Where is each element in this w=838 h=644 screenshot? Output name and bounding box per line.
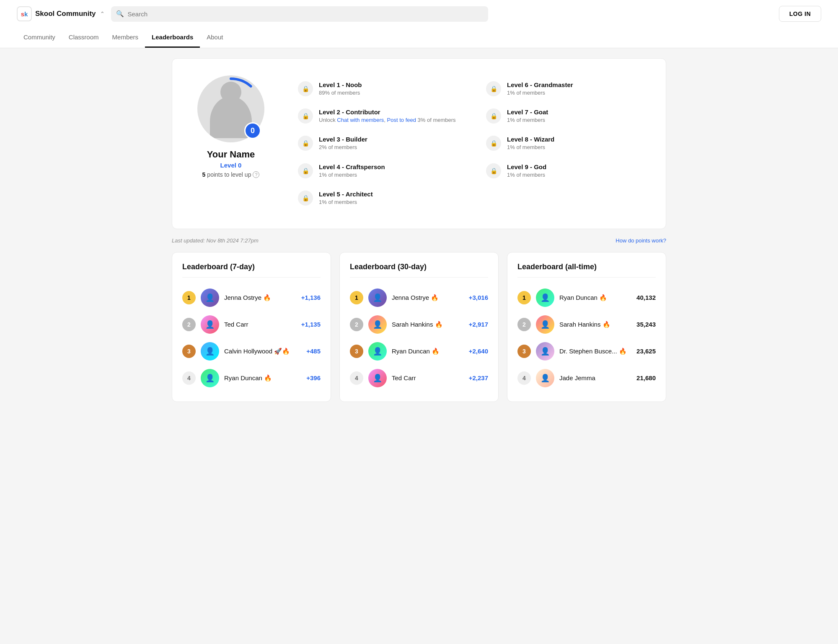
profile-points: 5 points to level up ? [202, 171, 260, 178]
level-name-3: Level 3 - Builder [319, 136, 461, 143]
lb-rank-at-1: 1 [517, 291, 531, 304]
lb-item-7d-2: 2 👤 Ted Carr +1,135 [182, 311, 321, 338]
help-icon[interactable]: ? [253, 171, 259, 178]
level-desc-9: 1% of members [507, 171, 649, 179]
main-nav: Community Classroom Members Leaderboards… [17, 28, 821, 48]
level-item-1: 🔒 Level 1 - Noob 89% of members [298, 75, 461, 103]
level-item-6: 🔒 Level 6 - Grandmaster 1% of members [486, 75, 649, 103]
lb-panel-30day: Leaderboard (30-day) 1 👤 Jenna Ostrye 🔥 … [339, 252, 499, 402]
profile-level: Level 0 [220, 162, 242, 169]
level-name-2: Level 2 - Contributor [319, 108, 461, 116]
lb-score-sarah-30d: +2,917 [469, 321, 488, 328]
lb-item-30d-2: 2 👤 Sarah Hankins 🔥 +2,917 [350, 311, 488, 338]
lb-item-at-1: 1 👤 Ryan Duncan 🔥 40,132 [517, 284, 656, 311]
lb-score-ted-7d: +1,135 [301, 321, 321, 328]
level-name-7: Level 7 - Goat [507, 108, 649, 116]
nav-item-members[interactable]: Members [106, 28, 145, 48]
level-info-4: Level 4 - Craftsperson 1% of members [319, 163, 461, 179]
lb-title-alltime: Leaderboard (all-time) [517, 263, 656, 278]
lb-rank-at-2: 2 [517, 318, 531, 331]
level-desc-3: 2% of members [319, 144, 461, 151]
lb-avatar-jenna-30d: 👤 [368, 289, 387, 307]
lb-item-at-4: 4 👤 Jade Jemma 21,680 [517, 365, 656, 392]
level-info-7: Level 7 - Goat 1% of members [507, 108, 649, 124]
lb-panel-alltime: Leaderboard (all-time) 1 👤 Ryan Duncan 🔥… [507, 252, 666, 402]
lb-name-ted-7d: Ted Carr [224, 321, 296, 328]
lb-score-jenna-30d: +3,016 [469, 294, 488, 301]
level-2-link-chat[interactable]: Chat with members [337, 117, 384, 123]
level-name-9: Level 9 - God [507, 163, 649, 170]
lb-item-7d-3: 3 👤 Calvin Hollywood 🚀🔥 +485 [182, 338, 321, 365]
logo-sk: sk [21, 10, 28, 18]
main-content: 0 Your Name Level 0 5 points to level up… [155, 48, 683, 412]
level-name-1: Level 1 - Noob [319, 81, 461, 88]
lock-icon-8: 🔒 [486, 136, 501, 151]
nav-item-classroom[interactable]: Classroom [62, 28, 106, 48]
level-name-8: Level 8 - Wizard [507, 136, 649, 143]
lb-rank-30d-3: 3 [350, 345, 363, 358]
lb-name-ryan-30d: Ryan Duncan 🔥 [392, 348, 464, 355]
nav-item-about[interactable]: About [200, 28, 230, 48]
lb-avatar-jenna-7d: 👤 [201, 289, 219, 307]
lb-rank-at-3: 3 [517, 345, 531, 358]
level-name-4: Level 4 - Craftsperson [319, 163, 461, 170]
lb-avatar-ryan-at: 👤 [536, 289, 554, 307]
lb-score-jenna-7d: +1,136 [301, 294, 321, 301]
lock-icon-5: 🔒 [298, 191, 313, 206]
profile-left: 0 Your Name Level 0 5 points to level up… [189, 75, 273, 178]
level-desc-1: 89% of members [319, 89, 461, 97]
lock-icon-6: 🔒 [486, 81, 501, 96]
lb-meta: Last updated: Nov 8th 2024 7:27pm How do… [172, 237, 666, 244]
lb-rank-30d-2: 2 [350, 318, 363, 331]
level-item-3: 🔒 Level 3 - Builder 2% of members [298, 130, 461, 157]
lb-rank-2: 2 [182, 318, 196, 331]
header: sk Skool Community ⌃ 🔍 LOG IN Community … [0, 0, 838, 48]
profile-points-suffix: points to level up [207, 171, 251, 178]
level-desc-7: 1% of members [507, 116, 649, 124]
level-desc-4: 1% of members [319, 171, 461, 179]
profile-card: 0 Your Name Level 0 5 points to level up… [172, 58, 666, 229]
search-bar[interactable]: 🔍 [111, 6, 488, 22]
lb-score-calvin-7d: +485 [306, 348, 321, 355]
level-item-7: 🔒 Level 7 - Goat 1% of members [486, 103, 649, 130]
level-info-5: Level 5 - Architect 1% of members [319, 191, 461, 206]
lb-item-30d-3: 3 👤 Ryan Duncan 🔥 +2,640 [350, 338, 488, 365]
lb-rank-1: 1 [182, 291, 196, 304]
level-2-link-post[interactable]: Post to feed [387, 117, 416, 123]
profile-name: Your Name [207, 149, 255, 160]
lb-rank-3: 3 [182, 345, 196, 358]
avatar-wrap: 0 [197, 75, 264, 142]
logo-icon: sk [17, 6, 32, 21]
lb-item-at-3: 3 👤 Dr. Stephen Busce... 🔥 23,625 [517, 338, 656, 365]
lb-title-30day: Leaderboard (30-day) [350, 263, 488, 278]
logo-chevron-icon: ⌃ [100, 11, 104, 17]
level-info-8: Level 8 - Wizard 1% of members [507, 136, 649, 151]
logo[interactable]: sk Skool Community ⌃ [17, 6, 104, 21]
level-info-2: Level 2 - Contributor Unlock Chat with m… [319, 108, 461, 124]
lb-score-jade-at: 21,680 [636, 374, 656, 381]
lb-score-ryan-7d: +396 [306, 374, 321, 381]
nav-item-community[interactable]: Community [17, 28, 62, 48]
lock-icon-2: 🔒 [298, 108, 313, 124]
how-points-link[interactable]: How do points work? [616, 237, 666, 244]
lb-name-sarah-at: Sarah Hankins 🔥 [559, 321, 631, 328]
lb-avatar-ted-30d: 👤 [368, 369, 387, 387]
lock-icon-3: 🔒 [298, 136, 313, 151]
nav-item-leaderboards[interactable]: Leaderboards [145, 28, 200, 48]
lb-rank-30d-4: 4 [350, 371, 363, 385]
login-button[interactable]: LOG IN [779, 6, 821, 22]
level-item-5: 🔒 Level 5 - Architect 1% of members [298, 185, 461, 212]
search-input[interactable] [111, 6, 488, 22]
lb-rank-30d-1: 1 [350, 291, 363, 304]
lb-name-jade-at: Jade Jemma [559, 374, 631, 381]
last-updated: Last updated: Nov 8th 2024 7:27pm [172, 237, 259, 244]
lb-panels: Leaderboard (7-day) 1 👤 Jenna Ostrye 🔥 +… [172, 252, 666, 402]
lb-item-30d-1: 1 👤 Jenna Ostrye 🔥 +3,016 [350, 284, 488, 311]
lb-name-sarah-30d: Sarah Hankins 🔥 [392, 321, 464, 328]
levels-grid: 🔒 Level 1 - Noob 89% of members 🔒 Level … [298, 75, 649, 212]
lb-item-at-2: 2 👤 Sarah Hankins 🔥 35,243 [517, 311, 656, 338]
lb-avatar-ryan-30d: 👤 [368, 342, 387, 361]
lock-icon-4: 🔒 [298, 163, 313, 178]
level-desc-6: 1% of members [507, 89, 649, 97]
search-icon: 🔍 [116, 10, 124, 18]
